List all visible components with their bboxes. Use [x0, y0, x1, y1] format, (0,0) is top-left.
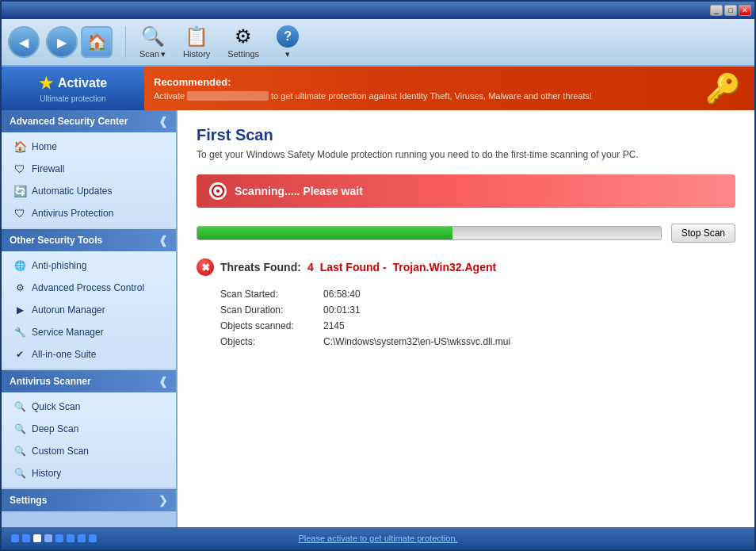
threats-row: ✖ Threats Found: 4 Last Found - Trojan.W… [197, 258, 735, 276]
sidebar: Advanced Security Center ❰ 🏠 Home 🛡 Fire… [2, 110, 178, 527]
section-settings-label: Settings [10, 495, 47, 506]
section-other-security-tools-label: Other Security Tools [10, 235, 102, 246]
activate-text: Recommended: Activate to get ultimate pr… [144, 70, 754, 107]
progress-bar-fill [197, 227, 452, 239]
sidebar-item-deep-scan[interactable]: 🔍 Deep Scan [2, 418, 176, 440]
status-dot-6 [67, 534, 74, 542]
scan-duration-label: Scan Duration: [220, 304, 323, 316]
history-sidebar-icon: 🔍 [13, 466, 27, 480]
section-settings: Settings ❯ [2, 489, 176, 511]
activate-label: Activate [58, 76, 107, 90]
sidebar-item-anti-phishing[interactable]: 🌐 Anti-phishing [2, 254, 176, 277]
antivirus-icon: 🛡 [13, 206, 27, 220]
status-bar: Please activate to get ultimate protecti… [2, 527, 754, 549]
section-advanced-security-center: Advanced Security Center ❰ 🏠 Home 🛡 Fire… [2, 110, 176, 228]
status-dot-7 [78, 534, 86, 542]
autorun-icon: ▶ [13, 303, 27, 317]
help-button[interactable]: ? ▾ [269, 21, 306, 63]
title-bar: _ □ ✕ [2, 2, 754, 19]
sidebar-item-autorun-manager-label: Autorun Manager [32, 304, 105, 316]
section-advanced-security-center-header[interactable]: Advanced Security Center ❰ [2, 110, 176, 132]
scan-button[interactable]: 🔍 Scan ▾ [132, 21, 173, 63]
back-button[interactable]: ◀ [8, 26, 40, 58]
minimize-button[interactable]: _ [710, 5, 723, 16]
scan-label: Scan ▾ [139, 49, 166, 59]
sidebar-item-automatic-updates-label: Automatic Updates [32, 186, 112, 197]
section-antivirus-scanner-header[interactable]: Antivirus Scanner ❰ [2, 370, 176, 392]
sidebar-item-home-label: Home [32, 141, 57, 152]
sidebar-item-quick-scan[interactable]: 🔍 Quick Scan [2, 396, 176, 418]
sidebar-item-custom-scan[interactable]: 🔍 Custom Scan [2, 440, 176, 462]
sidebar-item-firewall[interactable]: 🛡 Firewall [2, 158, 176, 180]
status-bar-link[interactable]: Please activate to get ultimate protecti… [298, 534, 457, 543]
stop-scan-button[interactable]: Stop Scan [671, 224, 735, 243]
scan-detail-row-objects: Objects: C:\Windows\system32\en-US\wkssv… [220, 336, 735, 347]
last-found-label: Last Found - Trojan.Win32.Agent [320, 261, 496, 274]
all-in-one-icon: ✔ [13, 347, 27, 362]
scanning-status-text: Scanning..... Please wait [235, 185, 363, 197]
svg-point-1 [216, 189, 220, 193]
sidebar-item-quick-scan-label: Quick Scan [32, 401, 80, 412]
main-window: _ □ ✕ ◀ ▶ 🏠 🔍 Scan ▾ 📋 History ⚙ Setting… [0, 0, 756, 551]
page-title: First Scan [197, 126, 735, 144]
history-button[interactable]: 📋 History [176, 21, 217, 63]
maximize-button[interactable]: □ [724, 5, 737, 16]
settings-button[interactable]: ⚙ Settings [220, 21, 266, 63]
updates-icon: 🔄 [13, 184, 27, 198]
objects-scanned-label: Objects scanned: [220, 320, 323, 331]
threat-warning-icon: ✖ [197, 258, 214, 276]
firewall-icon: 🛡 [13, 162, 27, 176]
objects-value: C:\Windows\system32\en-US\wkssvc.dll.mui [323, 336, 510, 347]
history-label: History [183, 49, 210, 59]
home-button[interactable]: 🏠 [81, 26, 113, 58]
help-icon: ? [277, 25, 299, 48]
custom-scan-icon: 🔍 [13, 444, 27, 458]
section-other-security-tools-items: 🌐 Anti-phishing ⚙ Advanced Process Contr… [2, 251, 176, 369]
activate-banner: ★ Activate Ultimate protection Recommend… [2, 67, 754, 110]
sidebar-item-advanced-process-control-label: Advanced Process Control [32, 282, 144, 293]
section-other-security-tools: Other Security Tools ❰ 🌐 Anti-phishing ⚙… [2, 229, 176, 369]
scan-duration-value: 00:01:31 [323, 304, 361, 316]
deep-scan-icon: 🔍 [13, 422, 27, 436]
sidebar-item-home[interactable]: 🏠 Home [2, 136, 176, 158]
objects-label: Objects: [220, 336, 323, 347]
history-icon: 📋 [185, 25, 208, 48]
section-antivirus-scanner: Antivirus Scanner ❰ 🔍 Quick Scan 🔍 Deep … [2, 370, 176, 488]
activate-button[interactable]: ★ Activate Ultimate protection [2, 67, 144, 110]
activate-subtitle: Ultimate protection [40, 94, 105, 103]
service-manager-icon: 🔧 [13, 325, 27, 339]
toolbar-divider [125, 26, 126, 58]
scan-started-value: 06:58:40 [323, 289, 361, 300]
content-area: First Scan To get your Windows Safety Mo… [178, 110, 754, 527]
sidebar-item-automatic-updates[interactable]: 🔄 Automatic Updates [2, 180, 176, 202]
toolbar: ◀ ▶ 🏠 🔍 Scan ▾ 📋 History ⚙ Settings ? ▾ [2, 19, 754, 67]
threats-count: 4 [307, 261, 314, 274]
close-button[interactable]: ✕ [739, 5, 751, 16]
section-antivirus-scanner-items: 🔍 Quick Scan 🔍 Deep Scan 🔍 Custom Scan 🔍… [2, 392, 176, 488]
anti-phishing-icon: 🌐 [13, 258, 27, 273]
scan-dropdown-arrow: ▾ [161, 49, 166, 59]
scan-details: Scan Started: 06:58:40 Scan Duration: 00… [220, 289, 735, 347]
scan-detail-row-started: Scan Started: 06:58:40 [220, 289, 735, 300]
forward-button[interactable]: ▶ [46, 26, 78, 58]
quick-scan-icon: 🔍 [13, 400, 27, 414]
sidebar-item-antivirus-protection[interactable]: 🛡 Antivirus Protection [2, 202, 176, 224]
collapse-icon-4: ❯ [158, 494, 168, 507]
sidebar-item-autorun-manager[interactable]: ▶ Autorun Manager [2, 299, 176, 321]
section-settings-header[interactable]: Settings ❯ [2, 489, 176, 511]
section-other-security-tools-header[interactable]: Other Security Tools ❰ [2, 229, 176, 251]
sidebar-item-service-manager[interactable]: 🔧 Service Manager [2, 321, 176, 343]
recommended-label: Recommended: [154, 76, 745, 88]
star-icon: ★ [39, 74, 53, 93]
section-antivirus-scanner-label: Antivirus Scanner [10, 376, 91, 387]
sidebar-item-history[interactable]: 🔍 History [2, 462, 176, 484]
main-layout: Advanced Security Center ❰ 🏠 Home 🛡 Fire… [2, 110, 754, 527]
sidebar-item-anti-phishing-label: Anti-phishing [32, 260, 86, 271]
sidebar-item-advanced-process-control[interactable]: ⚙ Advanced Process Control [2, 277, 176, 299]
settings-label: Settings [227, 49, 259, 59]
sidebar-item-all-in-one-suite[interactable]: ✔ All-in-one Suite [2, 343, 176, 365]
status-dot-1 [11, 534, 19, 542]
collapse-icon-3: ❰ [158, 375, 168, 388]
status-dot-2 [22, 534, 30, 542]
scanning-status-bar: Scanning..... Please wait [197, 174, 735, 208]
